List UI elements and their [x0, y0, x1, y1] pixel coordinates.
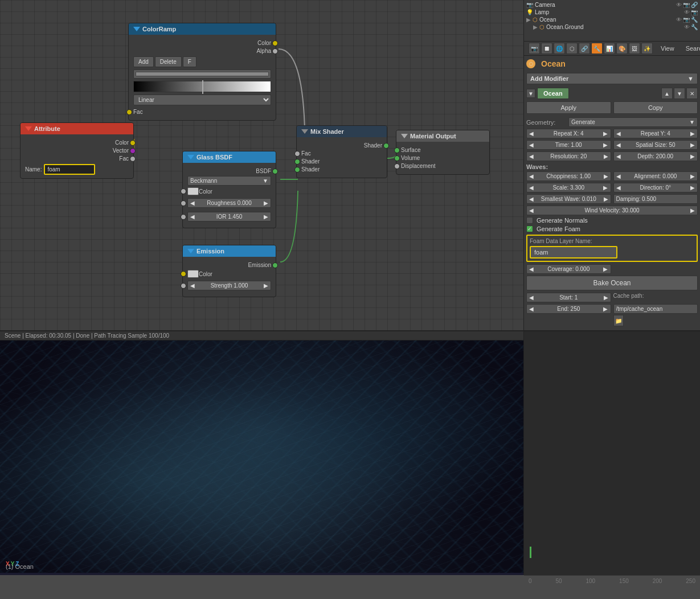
menu-search[interactable]: Search	[682, 44, 700, 53]
choppiness-field[interactable]: ◀ Choppiness: 1.00 ▶	[526, 171, 611, 181]
wind-velocity-row: ◀ Wind Velocity: 30.000 ▶	[526, 206, 698, 215]
colorramp-f-btn[interactable]: F	[183, 56, 197, 67]
props-world-btn[interactable]: 🌐	[554, 43, 565, 54]
repeat-y-field[interactable]: ◀ Repeat Y: 4 ▶	[613, 129, 698, 138]
cache-path-input[interactable]	[613, 304, 698, 314]
matoutput-displacement-input: Displacement	[401, 163, 485, 169]
apply-btn[interactable]: Apply	[526, 101, 611, 114]
props-render-btn[interactable]: 📷	[529, 43, 540, 54]
wind-velocity-field[interactable]: ◀ Wind Velocity: 30.000 ▶	[526, 206, 698, 215]
colorramp-interpolation-select[interactable]: Linear	[133, 95, 271, 105]
colorramp-add-btn[interactable]: Add	[133, 56, 154, 67]
ior-label: IOR 1.450	[216, 214, 243, 220]
props-data-btn[interactable]: 📊	[604, 43, 615, 54]
props-modifier-btn[interactable]: 🔧	[591, 43, 603, 54]
attr-vector-output: Vector	[25, 147, 129, 154]
waves-label: Waves:	[526, 163, 698, 170]
spatial-field[interactable]: ◀ Spatial Size: 50 ▶	[613, 140, 698, 150]
timeline-green-bar	[530, 547, 531, 558]
mixshader-fac-input: Fac	[301, 150, 382, 157]
props-texture-btn[interactable]: 🖼	[629, 43, 640, 54]
glass-bsdf-output: BSDF	[187, 168, 271, 174]
attr-name-row: Name:	[25, 164, 129, 175]
add-modifier-header[interactable]: Add Modifier ▼	[526, 73, 698, 84]
glass-ior-input: ◀ IOR 1.450 ▶	[187, 211, 271, 223]
colorramp-gradient[interactable]	[133, 81, 271, 92]
end-field[interactable]: ◀ End: 250 ▶	[526, 304, 611, 314]
matoutput-title: Material Output	[410, 133, 456, 140]
modifier-down-btn[interactable]: ▼	[674, 88, 685, 99]
props-constraint-btn[interactable]: 🔗	[579, 43, 590, 54]
viewport: Scene | Elapsed: 00:30.05 | Done | Path …	[0, 331, 523, 575]
scale-direction-row: ◀ Scale: 3.300 ▶ ◀ Direction: 0° ▶	[526, 183, 698, 192]
start-cache-row: ◀ Start: 1 ▶ Cache path:	[526, 293, 698, 302]
smallest-wave-field[interactable]: ◀ Smallest Wave: 0.010 ▶	[526, 194, 611, 204]
scene-item-ocean-ground: ▶ ⬡ Ocean.Ground 👁 🔧	[524, 23, 700, 31]
gen-normals-label: Generate Normals	[537, 217, 588, 224]
alignment-field[interactable]: ◀ Alignment: 0.000 ▶	[613, 171, 698, 181]
modifier-toggle-btn[interactable]: ▼	[526, 89, 535, 98]
bottom-section: Scene | Elapsed: 00:30.05 | Done | Path …	[0, 330, 700, 575]
timeline-area: 0 50 100 150 200 250	[524, 331, 700, 575]
matoutput-volume-input: Volume	[401, 155, 485, 161]
coverage-field[interactable]: ◀ Coverage: 0.000 ▶	[526, 264, 611, 274]
props-material-btn[interactable]: 🎨	[616, 43, 628, 54]
cache-folder-btn[interactable]: 📁	[613, 315, 624, 326]
modifier-name-btn[interactable]: Ocean	[537, 88, 569, 99]
gen-foam-checkbox[interactable]: ✓	[526, 225, 533, 232]
node-editor: 👁 ⊕ ⊡ 📐	[0, 0, 523, 330]
attr-name-input[interactable]	[44, 164, 95, 175]
props-scene-btn[interactable]: 🔲	[541, 43, 552, 54]
scale-field[interactable]: ◀ Scale: 3.300 ▶	[526, 183, 611, 192]
attr-color-output: Color	[25, 140, 129, 146]
colorramp-delete-btn[interactable]: Delete	[155, 56, 182, 67]
colorramp-header: ColorRamp	[129, 23, 276, 35]
time-field[interactable]: ◀ Time: 1.00 ▶	[526, 140, 611, 150]
emission-strength-input: ◀ Strength 1.000 ▶	[187, 280, 271, 292]
mixshader-header: Mix Shader	[297, 126, 387, 137]
smallest-damping-row: ◀ Smallest Wave: 0.010 ▶ Damping: 0.500	[526, 194, 698, 204]
menu-view[interactable]: View	[657, 44, 678, 53]
modifier-close-btn[interactable]: ✕	[686, 88, 698, 99]
depth-field[interactable]: ◀ Depth: 200.00 ▶	[613, 151, 698, 161]
foam-name-input[interactable]	[530, 246, 617, 259]
bake-ocean-btn[interactable]: Bake Ocean	[526, 276, 698, 290]
gen-normals-checkbox[interactable]	[526, 217, 533, 224]
scene-item-ocean: ▶ ⬡ Ocean 👁 📷 🔧	[524, 16, 700, 23]
emission-header: Emission	[183, 245, 276, 257]
ocean-view	[0, 340, 523, 573]
foam-section: Foam Data Layer Name:	[526, 235, 698, 262]
resolution-field[interactable]: ◀ Resolution: 20 ▶	[526, 151, 611, 161]
emission-color-input: Color	[187, 270, 271, 278]
gen-foam-label: Generate Foam	[537, 225, 580, 232]
copy-btn[interactable]: Copy	[613, 101, 698, 114]
coverage-row: ◀ Coverage: 0.000 ▶	[526, 264, 698, 274]
gen-normals-row: Generate Normals	[526, 217, 698, 224]
props-particle-btn[interactable]: ✨	[641, 43, 653, 54]
viewport-canvas[interactable]: X Y Z (1) Ocean	[0, 340, 523, 573]
glass-distribution[interactable]: Beckmann ▼	[187, 176, 271, 186]
geometry-dropdown[interactable]: Generate ▼	[568, 117, 698, 127]
glass-header: Glass BSDF	[183, 151, 276, 163]
repeat-x-field[interactable]: ◀ Repeat X: 4 ▶	[526, 129, 611, 138]
props-obj-btn[interactable]: ⬡	[566, 43, 578, 54]
time-spatial-row: ◀ Time: 1.00 ▶ ◀ Spatial Size: 50 ▶	[526, 140, 698, 150]
matoutput-surface-input: Surface	[401, 147, 485, 153]
start-field[interactable]: ◀ Start: 1 ▶	[526, 293, 611, 302]
glass-color-input: Color	[187, 187, 271, 195]
cache-label: Cache path:	[613, 293, 698, 299]
viewport-object-name: (1) Ocean	[6, 563, 34, 570]
colorramp-node: ColorRamp Color Alpha Add Delete F	[128, 23, 276, 121]
direction-field[interactable]: ◀ Direction: 0° ▶	[613, 183, 698, 192]
modifier-up-btn[interactable]: ▲	[661, 88, 673, 99]
colorramp-fac-input: Fac	[133, 109, 271, 115]
properties-panel: ⬡ Ocean Add Modifier ▼ ▼ Ocean ▲ ▼ ✕	[524, 56, 700, 330]
attribute-node: Attribute Color Vector Fac	[20, 122, 134, 179]
colorramp-alpha-output: Alpha	[133, 48, 271, 54]
object-name: Ocean	[538, 58, 569, 69]
mixshader-output: Shader	[301, 142, 382, 149]
mix-shader-node: Mix Shader Shader Fac Shader	[296, 125, 387, 178]
wave-lines	[0, 340, 523, 573]
right-bottom-panel: 0 50 100 150 200 250	[523, 331, 700, 575]
glass-bsdf-node: Glass BSDF BSDF Beckmann ▼ Color	[182, 151, 276, 228]
